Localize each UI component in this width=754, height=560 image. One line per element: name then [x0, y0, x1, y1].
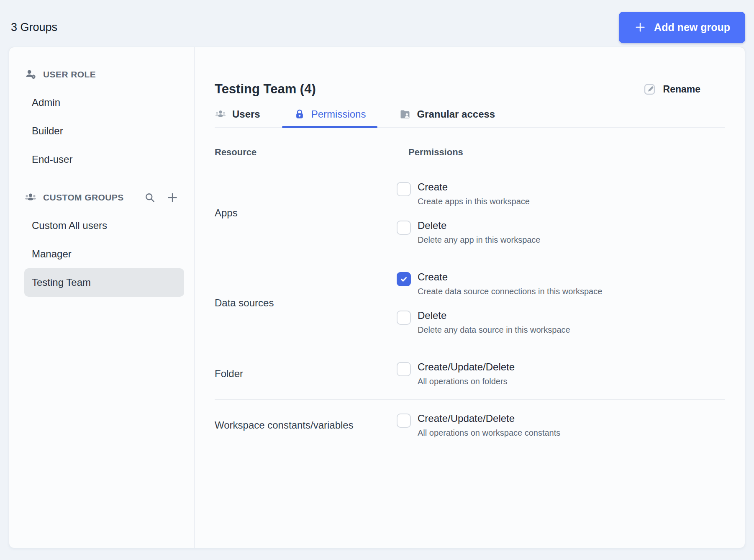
- section-label: USER ROLE: [43, 69, 96, 80]
- group-detail-panel: Testing Team (4) Rename UsersPermissions…: [195, 47, 745, 548]
- section-header-custom-groups: CUSTOM GROUPS: [24, 191, 184, 204]
- group-tabs: UsersPermissionsGranular access: [215, 108, 725, 128]
- permission-description: Create apps in this workspace: [418, 197, 530, 206]
- sidebar-item-list: AdminBuilderEnd-user: [24, 88, 184, 174]
- permission-label: Create/Update/Delete: [418, 361, 515, 373]
- column-header-resource: Resource: [215, 147, 397, 158]
- sidebar-item-label: End-user: [32, 154, 72, 165]
- permission-item: DeleteDelete any data source in this wor…: [397, 310, 602, 335]
- table-header-row: Resource Permissions: [215, 128, 725, 168]
- sidebar-item-custom-all-users[interactable]: Custom All users: [24, 211, 184, 240]
- permission-checkbox[interactable]: [397, 182, 411, 196]
- sidebar-item-label: Builder: [32, 125, 63, 137]
- rename-button[interactable]: Rename: [643, 82, 700, 96]
- groups-card: USER ROLEAdminBuilderEnd-userCUSTOM GROU…: [9, 47, 745, 548]
- add-new-group-button[interactable]: Add new group: [619, 12, 745, 43]
- sidebar-item-label: Custom All users: [32, 220, 107, 231]
- permission-checkbox[interactable]: [397, 362, 411, 376]
- tab-granular-access[interactable]: Granular access: [399, 108, 495, 120]
- section-header-user-role: USER ROLE: [24, 68, 184, 81]
- plus-icon[interactable]: [167, 192, 178, 203]
- group-detail-header: Testing Team (4) Rename: [215, 82, 725, 97]
- people-icon: [24, 191, 37, 204]
- column-header-permissions: Permissions: [408, 147, 463, 158]
- permission-list: CreateCreate data source connections in …: [397, 271, 602, 335]
- permission-checkbox[interactable]: [397, 272, 411, 286]
- permission-item: Create/Update/DeleteAll operations on fo…: [397, 361, 515, 386]
- sidebar-item-end-user[interactable]: End-user: [24, 145, 184, 174]
- permission-item: CreateCreate apps in this workspace: [397, 181, 541, 206]
- tab-label: Permissions: [311, 108, 366, 120]
- permission-checkbox[interactable]: [397, 221, 411, 235]
- sidebar-item-label: Testing Team: [32, 277, 91, 288]
- top-bar: 3 Groups Add new group: [0, 0, 754, 47]
- edit-icon: [643, 82, 657, 96]
- resource-label: Apps: [215, 207, 397, 219]
- sidebar-item-admin[interactable]: Admin: [24, 88, 184, 117]
- permission-description: All operations on folders: [418, 377, 515, 386]
- permission-item: CreateCreate data source connections in …: [397, 271, 602, 296]
- permission-text: DeleteDelete any data source in this wor…: [418, 310, 570, 335]
- permission-text: CreateCreate apps in this workspace: [418, 181, 530, 206]
- table-row: AppsCreateCreate apps in this workspaceD…: [215, 168, 725, 258]
- table-row: Data sourcesCreateCreate data source con…: [215, 258, 725, 348]
- permission-description: Create data source connections in this w…: [418, 287, 602, 296]
- permission-list: Create/Update/DeleteAll operations on fo…: [397, 361, 515, 386]
- tab-users[interactable]: Users: [215, 108, 260, 120]
- add-new-group-label: Add new group: [654, 21, 730, 33]
- resource-label: Workspace constants/variables: [215, 419, 397, 431]
- permission-description: Delete any app in this workspace: [418, 235, 541, 245]
- permission-list: Create/Update/DeleteAll operations on wo…: [397, 413, 560, 438]
- sidebar-item-manager[interactable]: Manager: [24, 240, 184, 268]
- permission-description: Delete any data source in this workspace: [418, 325, 570, 335]
- folder-user-icon: [399, 108, 411, 120]
- user-gear-icon: [24, 68, 37, 81]
- permission-list: CreateCreate apps in this workspaceDelet…: [397, 181, 541, 245]
- table-row: FolderCreate/Update/DeleteAll operations…: [215, 348, 725, 400]
- permission-text: Create/Update/DeleteAll operations on wo…: [418, 413, 560, 438]
- table-body: AppsCreateCreate apps in this workspaceD…: [215, 168, 725, 451]
- search-icon[interactable]: [144, 192, 156, 203]
- group-title: Testing Team (4): [215, 82, 316, 97]
- resource-label: Folder: [215, 368, 397, 380]
- sidebar-item-label: Manager: [32, 248, 72, 260]
- tab-label: Granular access: [417, 108, 495, 120]
- people-icon: [215, 108, 226, 120]
- sidebar-item-testing-team[interactable]: Testing Team: [24, 268, 184, 297]
- tab-label: Users: [232, 108, 260, 120]
- tab-permissions[interactable]: Permissions: [294, 108, 366, 120]
- permission-text: DeleteDelete any app in this workspace: [418, 220, 541, 245]
- permission-label: Create: [418, 181, 530, 193]
- sidebar-item-list: Custom All usersManagerTesting Team: [24, 211, 184, 297]
- permission-text: Create/Update/DeleteAll operations on fo…: [418, 361, 515, 386]
- permission-item: DeleteDelete any app in this workspace: [397, 220, 541, 245]
- resource-label: Data sources: [215, 297, 397, 309]
- permission-checkbox[interactable]: [397, 414, 411, 428]
- permission-label: Delete: [418, 310, 570, 321]
- page-title: 3 Groups: [11, 21, 57, 34]
- permissions-table: Resource Permissions AppsCreateCreate ap…: [215, 128, 725, 451]
- permission-label: Create/Update/Delete: [418, 413, 560, 424]
- section-actions: [144, 192, 184, 203]
- permission-item: Create/Update/DeleteAll operations on wo…: [397, 413, 560, 438]
- permission-text: CreateCreate data source connections in …: [418, 271, 602, 296]
- sidebar-item-label: Admin: [32, 97, 60, 108]
- permission-checkbox[interactable]: [397, 311, 411, 325]
- plus-icon: [634, 21, 646, 33]
- permission-label: Delete: [418, 220, 541, 231]
- sidebar-item-builder[interactable]: Builder: [24, 117, 184, 145]
- table-row: Workspace constants/variablesCreate/Upda…: [215, 400, 725, 451]
- permission-label: Create: [418, 271, 602, 283]
- section-label: CUSTOM GROUPS: [43, 193, 124, 203]
- lock-icon: [294, 108, 305, 120]
- permission-description: All operations on workspace constants: [418, 428, 560, 438]
- groups-sidebar: USER ROLEAdminBuilderEnd-userCUSTOM GROU…: [9, 47, 195, 548]
- rename-label: Rename: [663, 84, 700, 95]
